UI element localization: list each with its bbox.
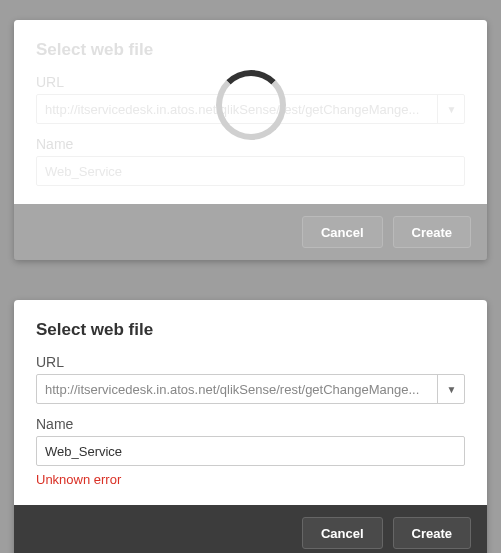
dialog-footer: Cancel Create [14,505,487,553]
create-button[interactable]: Create [393,517,471,549]
dialog-body: Select web file URL http://itservicedesk… [14,300,487,505]
create-button[interactable]: Create [393,216,471,248]
url-select[interactable]: http://itservicedesk.in.atos.net/qlikSen… [36,374,465,404]
url-select-value: http://itservicedesk.in.atos.net/qlikSen… [36,94,465,124]
chevron-down-icon: ▼ [437,374,465,404]
name-input[interactable] [36,436,465,466]
cancel-button[interactable]: Cancel [302,216,383,248]
dialog-title: Select web file [36,40,465,60]
name-label: Name [36,136,465,152]
error-message: Unknown error [36,472,465,487]
url-select-value: http://itservicedesk.in.atos.net/qlikSen… [36,374,465,404]
dialog-body: Select web file URL http://itservicedesk… [14,20,487,204]
chevron-down-icon: ▼ [437,94,465,124]
name-label: Name [36,416,465,432]
name-input[interactable] [36,156,465,186]
url-select[interactable]: http://itservicedesk.in.atos.net/qlikSen… [36,94,465,124]
select-web-file-dialog-loading: Select web file URL http://itservicedesk… [14,20,487,260]
cancel-button[interactable]: Cancel [302,517,383,549]
url-label: URL [36,74,465,90]
select-web-file-dialog-error: Select web file URL http://itservicedesk… [14,300,487,553]
dialog-footer: Cancel Create [14,204,487,260]
dialog-title: Select web file [36,320,465,340]
url-label: URL [36,354,465,370]
